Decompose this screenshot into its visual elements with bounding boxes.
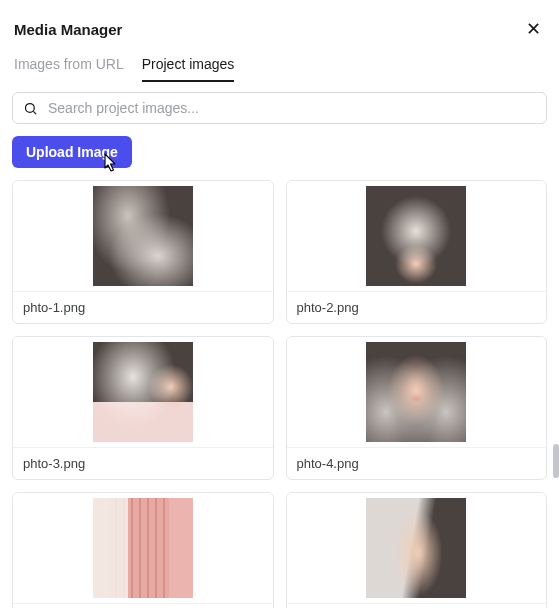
close-icon: ✕ <box>526 19 541 39</box>
search-row <box>0 82 559 124</box>
upload-image-button[interactable]: Upload Image <box>12 136 132 168</box>
svg-line-1 <box>33 111 36 114</box>
image-filename: phto-1.png <box>13 291 273 323</box>
image-filename: phto-4.png <box>287 447 547 479</box>
actions-row: Upload Image <box>0 124 559 168</box>
image-thumbnail <box>13 337 273 447</box>
scrollbar-thumb[interactable] <box>553 444 559 478</box>
image-filename: phto-2.png <box>287 291 547 323</box>
search-input[interactable] <box>46 99 536 117</box>
image-thumbnail <box>13 493 273 603</box>
image-card[interactable]: phto-6.png <box>286 492 548 608</box>
close-button[interactable]: ✕ <box>522 16 545 42</box>
tab-images-from-url[interactable]: Images from URL <box>14 56 124 82</box>
image-card[interactable]: phto-5.png <box>12 492 274 608</box>
image-card[interactable]: phto-4.png <box>286 336 548 480</box>
dialog-header: Media Manager ✕ <box>0 0 559 46</box>
image-filename: phto-6.png <box>287 603 547 608</box>
search-field[interactable] <box>12 92 547 124</box>
image-thumbnail <box>13 181 273 291</box>
image-thumbnail <box>287 337 547 447</box>
dialog-title: Media Manager <box>14 21 122 38</box>
tab-project-images[interactable]: Project images <box>142 56 235 82</box>
search-icon <box>23 101 38 116</box>
image-grid: phto-1.png phto-2.png phto-3.png phto-4.… <box>0 168 559 608</box>
image-filename: phto-5.png <box>13 603 273 608</box>
image-card[interactable]: phto-1.png <box>12 180 274 324</box>
image-card[interactable]: phto-3.png <box>12 336 274 480</box>
image-filename: phto-3.png <box>13 447 273 479</box>
svg-point-0 <box>26 103 35 112</box>
image-thumbnail <box>287 181 547 291</box>
tabs: Images from URL Project images <box>0 46 559 82</box>
image-card[interactable]: phto-2.png <box>286 180 548 324</box>
image-thumbnail <box>287 493 547 603</box>
